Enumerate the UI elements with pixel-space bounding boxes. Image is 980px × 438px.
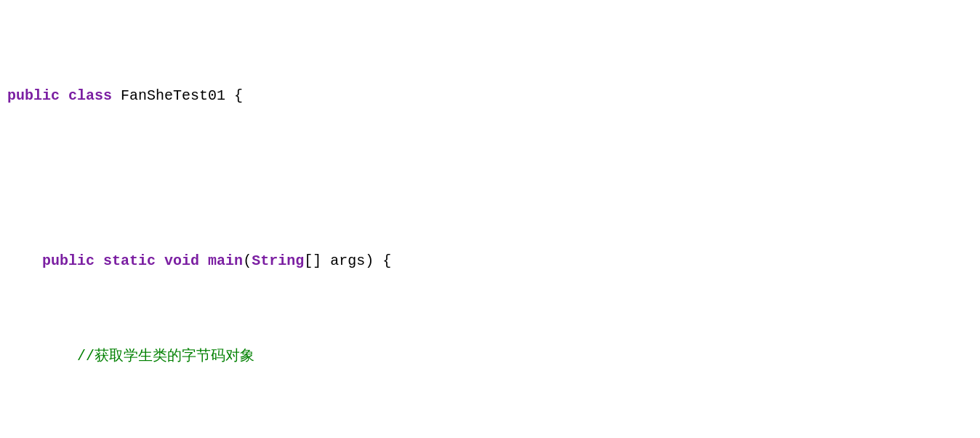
code-line-1: public class FanSheTest01 { xyxy=(0,83,980,108)
code-line-3: public static void main(String[] args) { xyxy=(0,248,980,274)
code-line-4: //获取学生类的字节码对象 xyxy=(0,343,980,369)
code-editor: public class FanSheTest01 { public stati… xyxy=(0,7,980,438)
